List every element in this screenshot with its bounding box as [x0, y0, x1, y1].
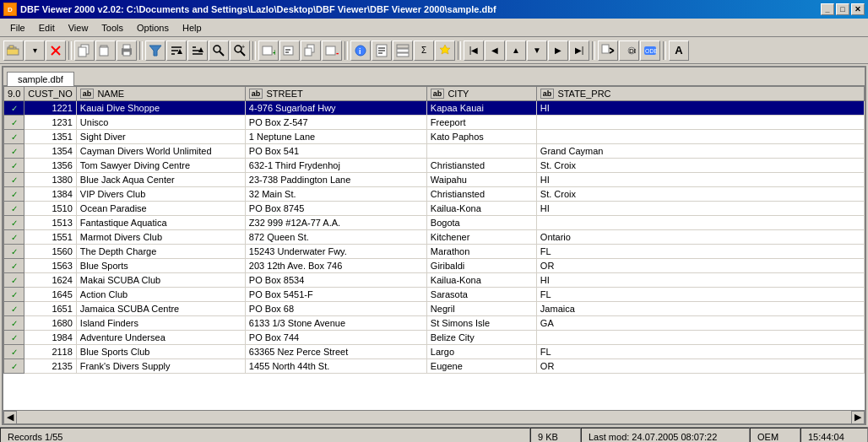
close-button[interactable]: ✕	[851, 3, 865, 15]
menu-edit[interactable]: Edit	[32, 21, 62, 35]
cell-city: Negril	[426, 302, 536, 316]
scroll-right-button[interactable]: ▶	[851, 411, 865, 424]
paste-button[interactable]	[95, 40, 116, 61]
info-button[interactable]: i	[350, 40, 371, 61]
col-header-state[interactable]: ab STATE_PRC	[536, 87, 864, 101]
sort-asc-button[interactable]	[166, 40, 187, 61]
cell-state	[536, 331, 864, 345]
cell-street: 1 Neptune Lane	[245, 130, 426, 144]
cell-cust-no: 1384	[24, 187, 77, 202]
col-header-rownum[interactable]: 9.0	[4, 87, 24, 101]
odbc-button[interactable]: ODB	[640, 40, 660, 61]
table-row[interactable]: ✓1551Marmot Divers Club872 Queen St.Kitc…	[4, 230, 865, 245]
cell-cust-no: 1351	[24, 130, 77, 144]
search-next-button[interactable]: +	[230, 40, 250, 61]
row-indicator: ✓	[4, 288, 24, 302]
cell-state: HI	[536, 101, 864, 116]
cell-street: 32 Main St.	[245, 187, 426, 202]
table-row[interactable]: ✓1651Jamaica SCUBA CentrePO Box 68Negril…	[4, 302, 865, 316]
memo-button[interactable]	[372, 40, 392, 61]
cell-name: Unisco	[76, 116, 245, 130]
horizontal-scrollbar[interactable]: ◀ ▶	[3, 410, 865, 423]
table-row[interactable]: ✓1560The Depth Charge15243 Underwater Fw…	[4, 245, 865, 259]
sort-desc-button[interactable]	[187, 40, 208, 61]
table-row[interactable]: ✓1624Makai SCUBA ClubPO Box 8534Kailua-K…	[4, 273, 865, 288]
toolbar-separator-2	[139, 41, 143, 60]
add-record-button[interactable]: +	[258, 40, 279, 61]
table-row[interactable]: ✓1380Blue Jack Aqua Center23-738 Padding…	[4, 173, 865, 187]
cell-name: Fantastique Aquatica	[76, 216, 245, 230]
table-row[interactable]: ✓1231UniscoPO Box Z-547Freeport	[4, 116, 865, 130]
table-row[interactable]: ✓1384VIP Divers Club32 Main St.Christian…	[4, 187, 865, 202]
row-indicator: ✓	[4, 230, 24, 245]
print-button[interactable]	[117, 40, 137, 61]
col-header-street[interactable]: ab STREET	[245, 87, 426, 101]
table-row[interactable]: ✓1354Cayman Divers World UnlimitedPO Box…	[4, 144, 865, 159]
table-row[interactable]: ✓1984Adventure UnderseaPO Box 744Belize …	[4, 331, 865, 345]
font-button[interactable]: A	[669, 40, 689, 61]
cell-city: St Simons Isle	[426, 316, 536, 331]
col-type-state: ab	[540, 89, 555, 99]
tab-sample-dbf[interactable]: sample.dbf	[7, 72, 74, 86]
nav-first-button[interactable]: |◀	[464, 40, 484, 61]
cell-state: St. Croix	[536, 159, 864, 173]
table-row[interactable]: ✓1513Fantastique AquaticaZ32 999 #12A-77…	[4, 216, 865, 230]
svg-line-24	[241, 51, 245, 56]
filter-button[interactable]	[145, 40, 165, 61]
menu-tools[interactable]: Tools	[95, 21, 130, 35]
cell-street: PO Box 5451-F	[245, 288, 426, 302]
dropdown-arrow[interactable]: ▾	[24, 40, 45, 61]
table-row[interactable]: ✓1351Sight Diver1 Neptune LaneKato Papho…	[4, 130, 865, 144]
search-button[interactable]	[209, 40, 229, 61]
nav-last-button[interactable]: ▶|	[569, 40, 589, 61]
table-row[interactable]: ✓1221Kauai Dive Shoppe4-976 Sugarloaf Hw…	[4, 101, 865, 116]
toolbar: ▾ + + - i Σ	[0, 37, 868, 64]
nav-down-button[interactable]: ▼	[527, 40, 547, 61]
menu-view[interactable]: View	[62, 21, 95, 35]
cell-name: Island Finders	[76, 316, 245, 331]
delete-record-button[interactable]: -	[322, 40, 342, 61]
cell-state: FL	[536, 288, 864, 302]
nav-up-button[interactable]: ▲	[506, 40, 526, 61]
row-indicator: ✓	[4, 130, 24, 144]
table-row[interactable]: ✓1510Ocean ParadisePO Box 8745Kailua-Kon…	[4, 202, 865, 216]
export-button[interactable]	[598, 40, 618, 61]
table-row[interactable]: ✓2135Frank's Divers Supply1455 North 44t…	[4, 359, 865, 374]
open-button[interactable]	[3, 40, 24, 61]
col-header-name[interactable]: ab NAME	[76, 87, 245, 101]
scroll-left-button[interactable]: ◀	[3, 411, 17, 424]
cell-cust-no: 1651	[24, 302, 77, 316]
table-row[interactable]: ✓1645Action ClubPO Box 5451-FSarasotaFL	[4, 288, 865, 302]
table-row[interactable]: ✓1680Island Finders6133 1/3 Stone Avenue…	[4, 316, 865, 331]
nav-prev-button[interactable]: ◀	[485, 40, 505, 61]
cell-street: PO Box 744	[245, 331, 426, 345]
nav-next-button[interactable]: ▶	[548, 40, 568, 61]
table-row[interactable]: ✓1356Tom Sawyer Diving Centre632-1 Third…	[4, 159, 865, 173]
copy-record-button[interactable]	[301, 40, 321, 61]
status-encoding: OEM	[750, 428, 800, 442]
sum-button[interactable]: Σ	[414, 40, 434, 61]
svg-rect-28	[284, 46, 293, 55]
scroll-track[interactable]	[17, 413, 851, 422]
menu-options[interactable]: Options	[130, 21, 176, 35]
cell-street: 23-738 Paddington Lane	[245, 173, 426, 187]
maximize-button[interactable]: □	[836, 3, 849, 15]
table-row[interactable]: ✓1563Blue Sports203 12th Ave. Box 746Gir…	[4, 259, 865, 273]
close-file-button[interactable]	[46, 40, 66, 61]
copy-button[interactable]	[74, 40, 95, 61]
table-row[interactable]: ✓2118Blue Sports Club63365 Nez Perce Str…	[4, 345, 865, 359]
import-button[interactable]: DB	[619, 40, 639, 61]
cell-city: Largo	[426, 345, 536, 359]
struct-button[interactable]	[393, 40, 413, 61]
menu-help[interactable]: Help	[176, 21, 209, 35]
cell-street: PO Box 8745	[245, 202, 426, 216]
edit-record-button[interactable]	[279, 40, 300, 61]
table-container: 9.0 CUST_NO ab NAME	[3, 86, 865, 410]
cell-city: Kapaa Kauai	[426, 101, 536, 116]
svg-marker-16	[177, 49, 182, 54]
menu-file[interactable]: File	[3, 21, 32, 35]
tools2-button[interactable]	[435, 40, 455, 61]
col-header-cust-no[interactable]: CUST_NO	[24, 87, 77, 101]
minimize-button[interactable]: _	[821, 3, 834, 15]
col-header-city[interactable]: ab CITY	[426, 87, 536, 101]
